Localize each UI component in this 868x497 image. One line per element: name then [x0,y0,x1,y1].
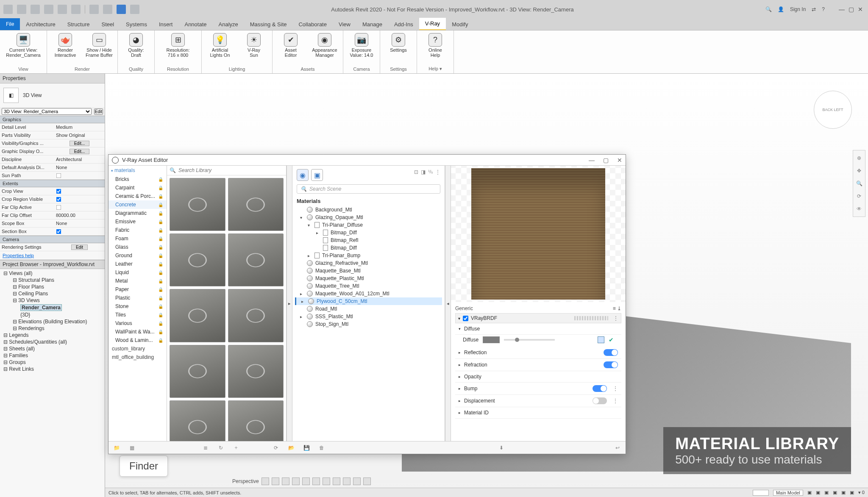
layer-weight-bar[interactable] [574,316,608,320]
tree-node[interactable]: ⊟ Revit Links [1,366,104,372]
diffuse-slider[interactable] [504,339,555,341]
shadows-icon[interactable] [282,478,289,485]
tab-view[interactable]: View [333,19,356,30]
refresh-library-icon[interactable]: ↻ [217,444,225,452]
scene-material-node[interactable]: Bitmap_Refl [295,236,442,244]
open-material-icon[interactable]: 📂 [287,444,295,452]
design-options-combo[interactable]: Main Model [773,490,803,496]
scene-material-node[interactable]: ▸Maquette_Wood_A01_12cm_Mtl [295,290,442,297]
bump-section[interactable]: Bump⋮ [455,383,621,395]
temp-hide-icon[interactable] [333,478,340,485]
diffuse-section[interactable]: Diffuse [455,323,621,335]
tree-node[interactable]: ⊟ Schedules/Quantities (all) [1,339,104,345]
tree-node[interactable]: Render_Camera [1,304,104,311]
crop-icon[interactable] [302,478,310,485]
category-item[interactable]: Paper🔒 [108,285,167,294]
category-item[interactable]: Glass🔒 [108,243,167,251]
tree-node[interactable]: ⊟ Structural Plans [1,277,104,283]
constraints-icon[interactable] [363,478,371,485]
view-control-bar[interactable]: Perspective [232,478,371,485]
custom-library-folder[interactable]: custom_library [108,344,167,353]
tree-node[interactable]: ⊟ Views (all) [1,270,104,277]
ae-maximize-button[interactable]: ▢ [603,157,609,164]
quality-button[interactable]: ◕ Quality:Draft [121,32,151,58]
edit-type-button[interactable]: Edit [94,108,103,115]
library-search[interactable]: 🔍 [167,166,286,175]
displacement-menu-icon[interactable]: ⋮ [613,398,618,404]
analytical-icon[interactable] [353,478,361,485]
category-item[interactable]: Foam🔒 [108,234,167,243]
tab-systems[interactable]: Systems [120,19,153,30]
asset-editor-titlebar[interactable]: V-Ray Asset Editor — ▢ ✕ [108,155,626,166]
preview-aspect-icon[interactable]: ⊡ [414,169,418,181]
reflection-section[interactable]: Reflection [455,347,621,359]
settings-button[interactable]: ⚙ Settings [384,32,413,53]
refresh-scene-icon[interactable]: ⟳ [272,444,280,452]
scene-material-node[interactable]: ▸Bitmap_Diff [295,229,442,236]
sign-in-link[interactable]: Sign In [790,6,806,12]
select-face-icon[interactable]: ▣ [841,490,846,495]
scene-material-node[interactable]: Maquette_Plastic_Mtl [295,275,442,282]
help-icon[interactable]: ? [822,6,825,12]
filter-count-icon[interactable]: ▾ 0 [858,490,865,495]
prop-value[interactable] [54,189,105,194]
render-interactive-button[interactable]: 🫖 RenderInteractive [50,32,80,58]
appearance-manager-button[interactable]: ◉ AppearanceManager [310,32,339,58]
render-dialog-icon[interactable] [292,478,300,485]
displacement-section[interactable]: Displacement⋮ [455,395,621,407]
material-thumbnail[interactable] [228,400,284,441]
scene-search[interactable]: 🔍 Search Scene [297,184,440,194]
viewcube[interactable]: BACK LEFT [814,91,852,129]
category-item[interactable]: Ceramic & Porc...🔒 [108,192,167,200]
scene-material-node[interactable]: Background_Mtl [295,206,442,214]
online-help-button[interactable]: ? OnlineHelp [420,32,450,58]
navigation-bar[interactable]: ⊕ ✥ 🔍 ⟳ 👁 [853,150,865,217]
material-thumbnail[interactable] [170,178,225,231]
select-links-icon[interactable]: ▣ [816,490,820,495]
library-collapse-arrow[interactable]: ▸ [287,166,292,441]
tab-annotate[interactable]: Annotate [178,19,212,30]
category-item[interactable]: Diagrammatic🔒 [108,209,167,217]
prop-value[interactable]: Show Original [54,133,105,138]
open-folder-icon[interactable]: 📁 [113,444,120,452]
instance-selector[interactable]: 3D View: Render_Camera [2,108,92,115]
prop-value[interactable]: Edit [54,244,105,250]
material-thumbnail[interactable] [170,345,225,398]
category-item[interactable]: Tiles🔒 [108,311,167,319]
tree-node[interactable]: ⊟ Floor Plans [1,283,104,290]
tree-node[interactable]: ⊟ Groups [1,359,104,366]
tree-node[interactable]: ⊟ Ceiling Plans [1,290,104,297]
tab-steel[interactable]: Steel [95,19,120,30]
prop-value[interactable]: Architectural [54,157,105,162]
category-item[interactable]: Liquid🔒 [108,268,167,277]
resolution-button[interactable]: ⊞ Resolution:716 x 800 [158,32,198,58]
material-thumbnail[interactable] [228,233,284,286]
orbit-icon[interactable]: ⟳ [854,191,864,201]
opacity-section[interactable]: Opacity [455,371,621,383]
displacement-toggle[interactable] [593,397,607,404]
exposure-button[interactable]: 📷 ExposureValue: 14.0 [347,32,376,58]
prop-value[interactable]: Edit... [54,141,105,146]
scene-material-node[interactable]: ▾Tri-Planar_Diffuse [295,221,442,229]
refraction-toggle[interactable] [604,361,618,368]
category-item[interactable]: WallPaint & Wa...🔒 [108,328,167,336]
tree-node[interactable]: ⊟ Families [1,352,104,359]
material-thumbnail[interactable] [228,178,284,231]
qat-close-hidden-icon[interactable] [130,5,139,14]
pick-material-icon[interactable]: ⬇ [498,444,505,452]
material-preview[interactable] [451,166,626,302]
category-item[interactable]: Various🔒 [108,319,167,328]
material-id-section[interactable]: Material ID [455,407,621,419]
zoom-icon[interactable]: 🔍 [854,178,864,189]
tab-collaborate[interactable]: Collaborate [292,19,333,30]
reveal-hidden-icon[interactable] [343,478,351,485]
tree-node[interactable]: ⊟ Renderings [1,325,104,332]
prop-value[interactable]: Medium [54,125,105,130]
category-item[interactable]: Ground🔒 [108,251,167,260]
full-nav-icon[interactable]: ⊕ [854,153,864,163]
bump-toggle[interactable] [593,385,607,392]
material-thumbnail[interactable] [228,345,284,398]
tree-node[interactable]: ⊟ 3D Views [1,297,104,304]
import-asset-icon[interactable]: ＋ [232,444,240,452]
qat-undo-icon[interactable] [44,5,53,14]
